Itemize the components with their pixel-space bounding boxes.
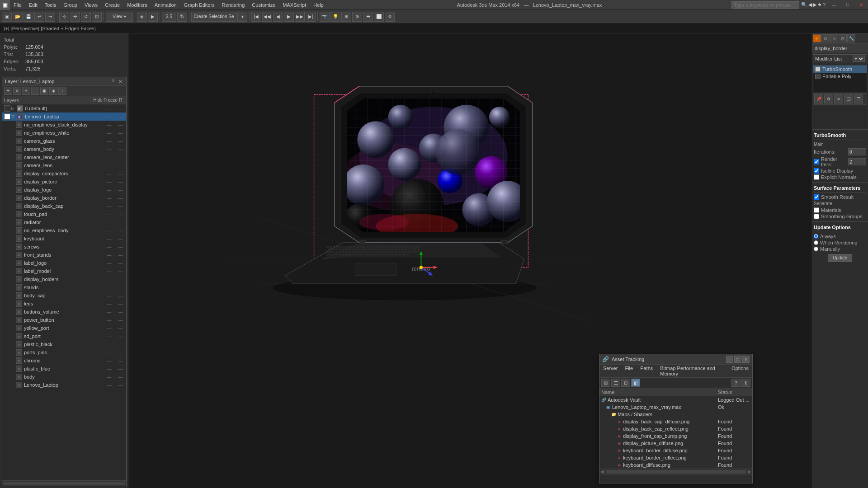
list-item[interactable]: ○keyboard—— bbox=[2, 235, 126, 243]
menu-group[interactable]: Group bbox=[60, 0, 81, 9]
list-item[interactable]: ○radiator—— bbox=[2, 218, 126, 226]
tb-ref-coord[interactable]: View ▾ bbox=[106, 12, 133, 22]
at-info-btn[interactable]: ℹ bbox=[741, 379, 750, 387]
at-menu-bitmap[interactable]: Bitmap Performance and Memory bbox=[656, 365, 728, 377]
tb-render2[interactable]: ▶ bbox=[148, 12, 158, 22]
list-item[interactable]: ◈ keyboard_diffuse.png Found bbox=[599, 461, 752, 469]
at-menu-options[interactable]: Options bbox=[728, 365, 752, 377]
create-selection-btn[interactable]: Create Selection Se bbox=[191, 12, 236, 22]
list-item[interactable]: ○display_back_cap—— bbox=[2, 202, 126, 210]
at-tb-btn-2[interactable]: ☰ bbox=[611, 379, 620, 387]
list-item[interactable]: ○camera_glass—— bbox=[2, 137, 126, 145]
uo-always-radio[interactable] bbox=[814, 234, 818, 239]
menu-create[interactable]: Create bbox=[101, 0, 123, 9]
at-scroll-left[interactable]: ◀ bbox=[599, 469, 605, 474]
list-item[interactable]: ◈ display_back_cap_diffuse.png Found bbox=[599, 418, 752, 425]
list-item[interactable]: ○touch_pad—— bbox=[2, 210, 126, 218]
tb-light[interactable]: 💡 bbox=[330, 12, 340, 22]
at-maximize-btn[interactable]: □ bbox=[734, 356, 741, 363]
rp-icon-display[interactable]: ◷ bbox=[839, 34, 847, 42]
menu-views[interactable]: Views bbox=[81, 0, 101, 9]
at-scrollbar-thumb[interactable] bbox=[606, 470, 746, 474]
tb-new[interactable]: ▣ bbox=[2, 12, 12, 22]
menu-animation[interactable]: Animation bbox=[151, 0, 180, 9]
list-item[interactable]: ○no_emptiness_body—— bbox=[2, 226, 126, 235]
list-item[interactable]: ○camera_body—— bbox=[2, 145, 126, 153]
list-item[interactable]: ○label_logo—— bbox=[2, 259, 126, 267]
tb-redo[interactable]: ↪ bbox=[45, 12, 55, 22]
modifier-check[interactable] bbox=[815, 74, 821, 79]
tb-anim1[interactable]: |◀ bbox=[251, 12, 261, 22]
layer-tb-up[interactable]: ↑ bbox=[58, 87, 66, 95]
modifier-list-dropdown[interactable]: ▾ bbox=[853, 56, 865, 62]
list-item[interactable]: ◈ keyboard_border_reflect.png Found bbox=[599, 454, 752, 461]
modifier-turbosmooth[interactable]: TurboSmooth bbox=[813, 66, 867, 73]
mod-tb-channel[interactable]: ≡ bbox=[834, 94, 843, 103]
menu-tools[interactable]: Tools bbox=[41, 0, 60, 9]
layer-tb-highlight[interactable]: ◈ bbox=[49, 87, 57, 95]
rp-icon-modify[interactable]: ⊹ bbox=[813, 34, 821, 42]
modifier-editable-poly[interactable]: Editable Poly bbox=[813, 73, 867, 80]
list-item[interactable]: ○sd_port—— bbox=[2, 332, 126, 340]
tb-render[interactable]: ◈ bbox=[137, 12, 147, 22]
at-list[interactable]: 🔗 Autodesk Vault Logged Out ... ▣ Lenovo… bbox=[599, 396, 752, 469]
tb-cam[interactable]: 📷 bbox=[320, 12, 330, 22]
tb-scale[interactable]: ⊡ bbox=[92, 12, 102, 22]
modifier-check[interactable] bbox=[815, 66, 821, 72]
search-prev-btn[interactable]: ◀ bbox=[808, 2, 812, 8]
ts-iterations-input[interactable] bbox=[848, 148, 866, 155]
menu-modifiers[interactable]: Modifiers bbox=[123, 0, 151, 9]
at-scroll-right[interactable]: ▶ bbox=[747, 469, 752, 474]
tb-anim2[interactable]: ◀◀ bbox=[262, 12, 272, 22]
layer-tb-select[interactable]: ▣ bbox=[40, 87, 48, 95]
at-close-btn[interactable]: ✕ bbox=[742, 356, 750, 363]
list-item[interactable]: ○Lenovo_Laptop—— bbox=[2, 381, 126, 389]
tb-anim4[interactable]: ▶▶ bbox=[295, 12, 305, 22]
help-btn[interactable]: ? bbox=[823, 2, 826, 8]
mod-tb-copy[interactable]: ❑ bbox=[844, 94, 853, 103]
list-item[interactable]: ○power_button—— bbox=[2, 316, 126, 324]
list-item[interactable]: ○chrome—— bbox=[2, 357, 126, 365]
close-btn[interactable]: ✕ bbox=[854, 0, 868, 10]
list-item[interactable]: ○front_stands—— bbox=[2, 251, 126, 259]
list-item[interactable]: 🔗 Autodesk Vault Logged Out ... bbox=[599, 396, 752, 404]
menu-help[interactable]: Help bbox=[310, 0, 327, 9]
list-item[interactable]: ○body_cap—— bbox=[2, 291, 126, 300]
tb-select-rect[interactable]: ⬜ bbox=[374, 12, 384, 22]
tb-move[interactable]: ✛ bbox=[70, 12, 80, 22]
tb-save[interactable]: 💾 bbox=[24, 12, 33, 22]
at-tb-btn-4[interactable]: ◧ bbox=[631, 379, 640, 387]
list-item[interactable]: ○leds—— bbox=[2, 300, 126, 308]
list-item[interactable]: ▽ ◧ Lenovo_Laptop — — bbox=[2, 113, 126, 121]
list-item[interactable]: ○screws—— bbox=[2, 243, 126, 251]
sp-smoothing-groups-check[interactable] bbox=[814, 214, 819, 219]
list-item[interactable]: ○no_emptiness_black_display—— bbox=[2, 121, 126, 129]
tb-open[interactable]: 📂 bbox=[13, 12, 23, 22]
uo-update-btn[interactable]: Update bbox=[828, 254, 852, 262]
at-help-btn[interactable]: ? bbox=[731, 379, 741, 387]
search-input[interactable] bbox=[731, 1, 799, 9]
tb-snap[interactable]: ⊞ bbox=[341, 12, 351, 22]
at-tb-btn-3[interactable]: ⊡ bbox=[621, 379, 630, 387]
tb-undo[interactable]: ↩ bbox=[34, 12, 44, 22]
mod-tb-paste[interactable]: ❒ bbox=[854, 94, 863, 103]
tb-anim5[interactable]: ▶| bbox=[306, 12, 316, 22]
layer-tb-delete[interactable]: ✕ bbox=[13, 87, 21, 95]
rp-icon-motion[interactable]: ▷ bbox=[830, 34, 838, 42]
tb-select-by-name[interactable]: ☰ bbox=[363, 12, 373, 22]
menu-maxscript[interactable]: MAXScript bbox=[279, 0, 310, 9]
list-item[interactable]: ○plastic_black—— bbox=[2, 340, 126, 348]
tb-obj-props[interactable]: ⚙ bbox=[385, 12, 395, 22]
uo-manually-radio[interactable] bbox=[814, 247, 818, 251]
list-item[interactable]: ○display_logo—— bbox=[2, 186, 126, 194]
menu-edit[interactable]: Edit bbox=[25, 0, 41, 9]
list-item[interactable]: ▣ Lenovo_Laptop_max_vray.max Ok bbox=[599, 404, 752, 411]
list-item[interactable]: ○camera_lens—— bbox=[2, 161, 126, 169]
menu-file[interactable]: File bbox=[10, 0, 25, 9]
list-item[interactable]: ○buttons_volume—— bbox=[2, 308, 126, 316]
layer-scrollbar[interactable] bbox=[2, 480, 126, 486]
mod-tb-pin[interactable]: 📌 bbox=[814, 94, 823, 103]
menu-customize[interactable]: Customize bbox=[248, 0, 279, 9]
layer-check[interactable] bbox=[4, 113, 10, 120]
tb-expand[interactable]: ▾ bbox=[237, 12, 247, 22]
